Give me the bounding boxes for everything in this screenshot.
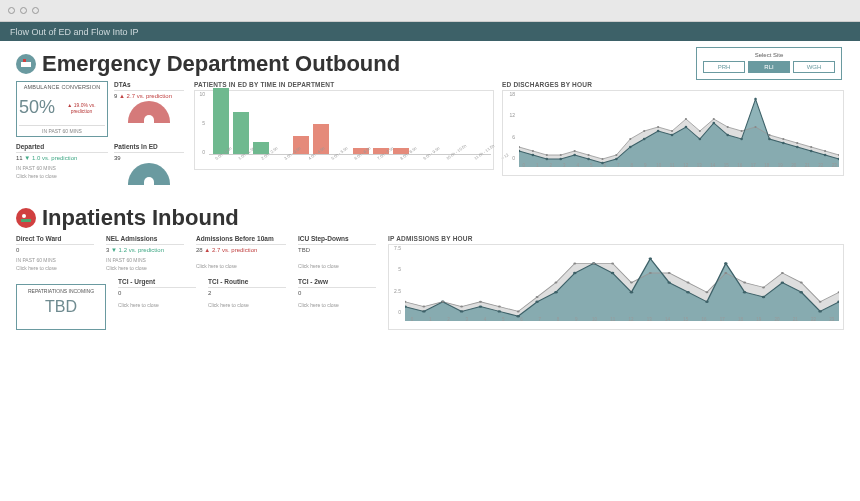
tciu-value: 0 — [118, 290, 196, 296]
svg-point-61 — [535, 301, 538, 303]
bar — [233, 112, 249, 154]
site-btn-rli[interactable]: RLI — [748, 61, 790, 73]
ab10-delta: ▲ 2.7 vs. prediction — [204, 247, 257, 253]
chart-ip-admissions: 7.552.50 0123456789101112131415161718192… — [388, 244, 844, 330]
svg-point-25 — [824, 154, 827, 156]
svg-point-15 — [685, 126, 688, 128]
svg-point-62 — [554, 291, 557, 293]
amb-footer: IN PAST 60 MINS — [19, 125, 105, 134]
chart-title-patients-by-time: PATIENTS IN ED BY TIME IN DEPARTMENT — [194, 81, 494, 88]
svg-point-36 — [643, 130, 645, 132]
tciu-title: TCI - Urgent — [118, 278, 196, 288]
svg-point-89 — [611, 262, 614, 264]
card-icu-stepdowns[interactable]: ICU Step-Downs TBD Click here to close — [298, 235, 376, 272]
dtw-past: IN PAST 60 MINS — [16, 257, 94, 263]
svg-point-81 — [460, 306, 463, 308]
departed-value: 11 — [16, 155, 23, 161]
svg-point-99 — [800, 282, 803, 284]
svg-point-98 — [781, 272, 784, 274]
card-direct-to-ward[interactable]: Direct To Ward 0 IN PAST 60 MINS Click h… — [16, 235, 94, 272]
svg-point-59 — [498, 310, 501, 312]
site-selector: Select Site PRH RLI WGH — [696, 47, 842, 80]
card-ambulance-conversion[interactable]: AMBULANCE CONVERSION 50% ▲ 19.0% vs. pre… — [16, 81, 108, 137]
card-repatriations[interactable]: REPATRIATIONS INCOMING TBD — [16, 284, 106, 330]
dtas-delta: ▲ 2.7 vs. prediction — [119, 93, 172, 99]
departed-past: IN PAST 60 MINS — [16, 165, 108, 171]
svg-point-31 — [574, 150, 576, 152]
traffic-max[interactable] — [32, 7, 39, 14]
svg-point-72 — [743, 291, 746, 293]
card-departed[interactable]: Departed 11 ▼ 1.0 vs. prediction IN PAST… — [16, 143, 108, 185]
traffic-min[interactable] — [20, 7, 27, 14]
ab10-close[interactable]: Click here to close — [196, 263, 286, 269]
amb-title: AMBULANCE CONVERSION — [19, 84, 105, 90]
traffic-close[interactable] — [8, 7, 15, 14]
departed-delta: ▼ 1.0 vs. prediction — [24, 155, 77, 161]
card-nel-admissions[interactable]: NEL Admissions 3 ▼ 1.2 vs. prediction IN… — [106, 235, 184, 272]
dtw-close[interactable]: Click here to close — [16, 265, 94, 271]
svg-point-23 — [796, 146, 799, 148]
svg-point-88 — [592, 262, 595, 264]
svg-point-7 — [573, 154, 576, 156]
card-patients-in-ed[interactable]: Patients In ED 39 — [114, 143, 184, 185]
svg-point-75 — [800, 291, 803, 293]
nel-past: IN PAST 60 MINS — [106, 257, 184, 263]
svg-point-5 — [546, 158, 549, 160]
svg-point-10 — [615, 158, 618, 160]
nel-close[interactable]: Click here to close — [106, 265, 184, 271]
svg-point-40 — [699, 130, 701, 132]
svg-point-17 — [713, 122, 716, 124]
dtas-title: DTAs — [114, 81, 184, 91]
departed-close[interactable]: Click here to close — [16, 173, 108, 179]
svg-point-43 — [741, 130, 743, 132]
svg-point-44 — [754, 126, 756, 128]
repat-value: TBD — [20, 298, 102, 316]
svg-point-35 — [629, 138, 631, 140]
svg-point-4 — [532, 154, 535, 156]
pie-title: Patients In ED — [114, 143, 184, 153]
card-admissions-before-10am[interactable]: Admissions Before 10am 28 ▲ 2.7 vs. pred… — [196, 235, 286, 272]
icu-close[interactable]: Click here to close — [298, 263, 376, 269]
card-dtas[interactable]: DTAs 9 ▲ 2.7 vs. prediction — [114, 81, 184, 137]
svg-point-34 — [615, 154, 617, 156]
svg-point-46 — [782, 138, 784, 140]
icu-value: TBD — [298, 247, 376, 253]
icu-title: ICU Step-Downs — [298, 235, 376, 245]
card-tci-routine[interactable]: TCI - Routine 2 Click here to close — [208, 278, 286, 331]
svg-point-63 — [573, 272, 576, 274]
dtw-title: Direct To Ward — [16, 235, 94, 245]
svg-point-21 — [768, 138, 771, 140]
departed-title: Departed — [16, 143, 108, 153]
chart-title-ed-discharges: ED DISCHARGES BY HOUR — [502, 81, 844, 88]
svg-point-65 — [611, 272, 614, 274]
dtw-value: 0 — [16, 247, 94, 253]
svg-point-39 — [685, 118, 687, 120]
chart-title-ip-admissions: IP ADMISSIONS BY HOUR — [388, 235, 844, 242]
card-tci-urgent[interactable]: TCI - Urgent 0 Click here to close — [118, 278, 196, 331]
svg-point-49 — [824, 150, 826, 152]
svg-point-12 — [643, 138, 646, 140]
svg-point-100 — [819, 301, 822, 303]
app-title: Flow Out of ED and Flow Into IP — [10, 27, 139, 37]
bed-icon — [16, 208, 36, 228]
svg-point-16 — [699, 138, 702, 140]
site-btn-prh[interactable]: PRH — [703, 61, 745, 73]
site-btn-wgh[interactable]: WGH — [793, 61, 835, 73]
svg-point-6 — [559, 158, 562, 160]
tciu-close[interactable]: Click here to close — [118, 302, 196, 308]
bar — [213, 88, 229, 154]
svg-point-8 — [587, 158, 590, 160]
chart-ed-discharges: 181260 012345678910111213141516171819202… — [502, 90, 844, 176]
ab10-title: Admissions Before 10am — [196, 235, 286, 245]
nel-delta: ▼ 1.2 vs. prediction — [111, 247, 164, 253]
svg-point-91 — [649, 272, 652, 274]
card-tci-2ww[interactable]: TCI - 2ww 0 Click here to close — [298, 278, 376, 331]
tcir-close[interactable]: Click here to close — [208, 302, 286, 308]
svg-point-69 — [686, 291, 689, 293]
svg-point-82 — [479, 301, 482, 303]
svg-point-71 — [724, 262, 727, 264]
svg-point-38 — [671, 130, 673, 132]
svg-point-97 — [762, 286, 765, 288]
nel-value: 3 — [106, 247, 109, 253]
tci2-close[interactable]: Click here to close — [298, 302, 376, 308]
